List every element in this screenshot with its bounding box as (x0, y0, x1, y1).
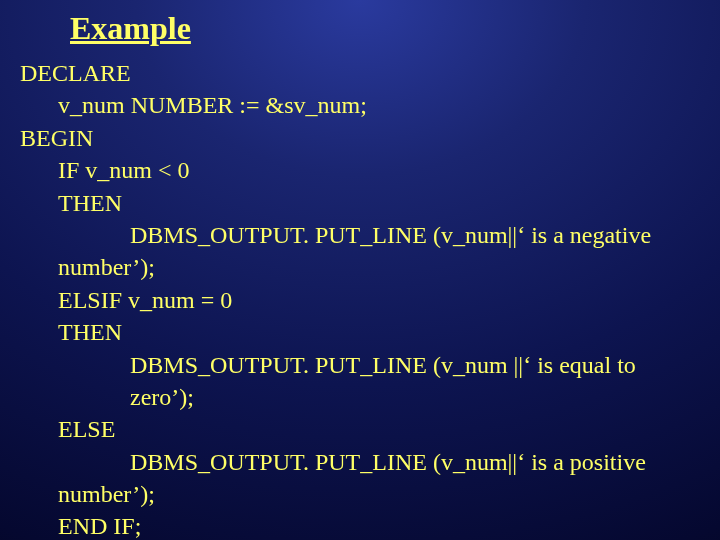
code-line: ELSE (20, 413, 700, 445)
slide: Example DECLARE v_num NUMBER := &sv_num;… (0, 0, 720, 540)
code-line: BEGIN (20, 122, 700, 154)
code-block: DECLARE v_num NUMBER := &sv_num; BEGIN I… (0, 57, 720, 540)
code-line: v_num NUMBER := &sv_num; (20, 89, 700, 121)
slide-title: Example (0, 0, 720, 47)
code-line: THEN (20, 316, 700, 348)
code-line: number’); (20, 251, 700, 283)
code-line: number’); (20, 478, 700, 510)
code-line: DBMS_OUTPUT. PUT_LINE (v_num||‘ is a pos… (20, 446, 700, 478)
code-line: DBMS_OUTPUT. PUT_LINE (v_num ||‘ is equa… (20, 349, 700, 414)
code-line: DBMS_OUTPUT. PUT_LINE (v_num||‘ is a neg… (20, 219, 700, 251)
code-line: THEN (20, 187, 700, 219)
code-line: ELSIF v_num = 0 (20, 284, 700, 316)
code-line: DECLARE (20, 57, 700, 89)
code-line: IF v_num < 0 (20, 154, 700, 186)
code-line: END IF; (20, 510, 700, 540)
